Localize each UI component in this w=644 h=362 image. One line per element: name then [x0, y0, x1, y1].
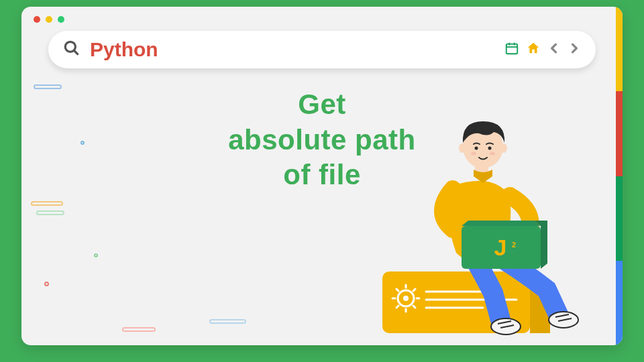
decoration-pill [34, 84, 62, 89]
svg-point-44 [471, 152, 476, 156]
decoration-circle [80, 141, 85, 145]
svg-line-19 [413, 306, 415, 308]
maximize-icon[interactable] [58, 16, 64, 23]
svg-rect-2 [506, 44, 518, 54]
svg-line-1 [74, 50, 77, 54]
svg-point-41 [500, 143, 507, 153]
svg-point-45 [490, 152, 495, 156]
svg-marker-34 [462, 221, 541, 226]
calendar-icon[interactable] [504, 41, 519, 58]
decoration-pill [209, 319, 246, 324]
search-bar[interactable]: Python [48, 31, 596, 68]
window-controls [34, 16, 64, 23]
browser-window: Python [21, 7, 623, 345]
svg-text:2: 2 [512, 241, 516, 249]
color-stripe [616, 7, 623, 345]
close-icon[interactable] [34, 16, 40, 23]
svg-text:J: J [494, 235, 507, 260]
svg-point-43 [488, 147, 492, 150]
svg-line-21 [413, 289, 415, 291]
decoration-pill [122, 327, 156, 332]
search-actions [504, 41, 581, 58]
decoration-circle [94, 253, 98, 257]
svg-line-18 [396, 289, 398, 291]
minimize-icon[interactable] [46, 16, 52, 23]
search-icon [63, 40, 80, 60]
chevron-left-icon[interactable] [547, 41, 561, 58]
svg-point-13 [403, 296, 409, 301]
decoration-circle [44, 282, 49, 286]
home-icon[interactable] [526, 41, 541, 58]
chevron-right-icon[interactable] [568, 41, 581, 58]
svg-point-40 [459, 143, 466, 153]
svg-line-20 [396, 306, 398, 308]
svg-point-42 [475, 147, 478, 150]
decoration-pill [31, 201, 63, 206]
search-query: Python [90, 38, 504, 61]
hero-illustration: J 2 [342, 99, 597, 340]
decoration-pill [36, 210, 64, 215]
